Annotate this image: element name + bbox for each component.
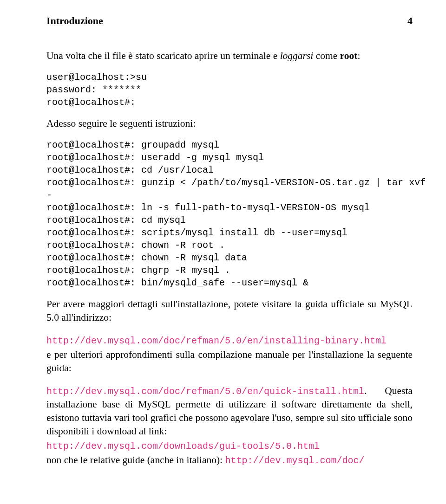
link-doc[interactable]: http://dev.mysql.com/doc/ — [225, 455, 364, 466]
paragraph-details: Per avere maggiori dettagli sull'install… — [46, 297, 413, 324]
link-gui-tools[interactable]: http://dev.mysql.com/downloads/gui-tools… — [46, 441, 320, 452]
paragraph-guides: non che le relative guide (anche in ital… — [46, 453, 413, 467]
page-header: Introduzione 4 — [46, 14, 413, 28]
text: non che le relative guide (anche in ital… — [46, 454, 225, 465]
text: come — [313, 50, 340, 61]
paragraph-link2-block: http://dev.mysql.com/doc/refman/5.0/en/q… — [46, 384, 413, 438]
code-block-login: user@localhost:>su password: ******* roo… — [46, 71, 413, 109]
paragraph-link1: http://dev.mysql.com/doc/refman/5.0/en/i… — [46, 334, 413, 347]
text: : — [357, 50, 360, 61]
paragraph-link3: http://dev.mysql.com/downloads/gui-tools… — [46, 439, 413, 452]
code-block-setup: root@localhost#: groupadd mysql root@loc… — [46, 139, 413, 289]
page-content: Introduzione 4 Una volta che il file è s… — [0, 0, 446, 504]
paragraph-instructions: Adesso seguire le seguenti istruzioni: — [46, 117, 413, 130]
paragraph-compile: e per ulteriori approfondimenti sulla co… — [46, 348, 413, 375]
paragraph-intro: Una volta che il file è stato scaricato … — [46, 49, 413, 63]
link-quick-install[interactable]: http://dev.mysql.com/doc/refman/5.0/en/q… — [46, 386, 364, 397]
text-bold: root — [340, 50, 358, 61]
text-italic: loggarsi — [280, 50, 314, 61]
link-installing-binary[interactable]: http://dev.mysql.com/doc/refman/5.0/en/i… — [46, 336, 387, 346]
text: Una volta che il file è stato scaricato … — [46, 50, 280, 61]
page-number: 4 — [407, 14, 413, 28]
section-title: Introduzione — [46, 14, 103, 28]
